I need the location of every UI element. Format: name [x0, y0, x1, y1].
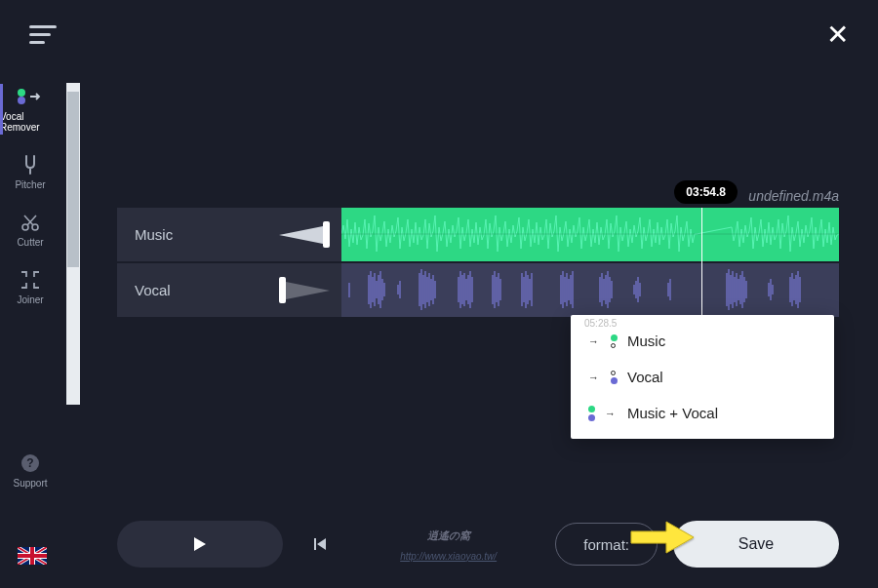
menu-icon[interactable]	[29, 25, 57, 44]
dropdown-item-music[interactable]: → Music	[571, 323, 834, 359]
svg-text:逍遙の窩: 逍遙の窩	[426, 529, 472, 541]
vocal-waveform[interactable]	[341, 263, 839, 317]
svg-text:?: ?	[26, 456, 33, 470]
scrollbar-thumb[interactable]	[67, 92, 79, 267]
svg-rect-88	[314, 538, 316, 550]
track-label: Music	[135, 226, 173, 243]
sidebar-item-cutter[interactable]: Cutter	[0, 212, 60, 248]
sidebar-item-support[interactable]: ? Support	[0, 452, 60, 489]
sidebar-item-label: Vocal Remover	[0, 111, 60, 133]
dropdown-item-label: Music + Vocal	[627, 405, 718, 421]
scrollbar[interactable]	[66, 83, 80, 405]
skip-back-icon	[312, 536, 328, 552]
music-waveform[interactable]	[341, 208, 839, 261]
vocal-remover-icon	[16, 86, 45, 107]
play-button[interactable]	[117, 521, 283, 568]
sidebar-item-vocal-remover[interactable]: Vocal Remover	[0, 86, 60, 133]
playhead-time-badge: 03:54.8	[674, 180, 738, 204]
format-button[interactable]: format:	[555, 523, 658, 566]
track-row-music: Music	[117, 208, 839, 261]
play-icon	[191, 535, 209, 553]
watermark: 逍遙の窩 http://www.xiaoyao.tw/	[357, 528, 539, 562]
dropdown-item-label: Vocal	[627, 369, 663, 385]
sidebar: Vocal Remover Pitcher Cutter Joiner	[0, 78, 60, 305]
help-icon: ?	[20, 452, 40, 474]
save-label: Save	[738, 535, 774, 553]
language-flag-uk[interactable]	[18, 547, 47, 565]
skip-back-button[interactable]	[299, 523, 341, 566]
arrow-icon: →	[605, 408, 616, 419]
arrow-icon: →	[588, 372, 599, 383]
arrow-icon: →	[588, 335, 599, 347]
joiner-icon	[20, 269, 41, 291]
dropdown-item-music-vocal[interactable]: → Music + Vocal	[571, 395, 834, 431]
track-label: Vocal	[135, 282, 171, 298]
sidebar-item-joiner[interactable]: Joiner	[0, 269, 60, 305]
svg-point-0	[18, 89, 25, 97]
sidebar-item-label: Joiner	[17, 294, 43, 305]
sidebar-item-label: Cutter	[17, 237, 43, 248]
close-button[interactable]: ✕	[826, 19, 849, 51]
sidebar-item-pitcher[interactable]: Pitcher	[0, 154, 60, 190]
music-volume-slider[interactable]	[279, 221, 330, 248]
dropdown-item-label: Music	[627, 333, 665, 349]
sidebar-item-label: Pitcher	[15, 179, 45, 190]
save-button[interactable]: Save	[673, 521, 839, 568]
svg-point-1	[18, 97, 25, 104]
tuning-fork-icon	[21, 154, 39, 176]
filename-label: undefined.m4a	[748, 188, 839, 204]
dropdown-item-vocal[interactable]: → Vocal	[571, 359, 834, 395]
sidebar-item-label: Support	[13, 478, 47, 489]
save-options-dropdown: 05:28.5 → Music → Vocal → Music + Vocal	[571, 315, 834, 439]
format-label: format:	[583, 536, 629, 553]
track-row-vocal: Vocal	[117, 263, 839, 317]
vocal-volume-slider[interactable]	[279, 277, 330, 303]
svg-rect-94	[18, 554, 47, 558]
scissors-icon	[20, 212, 40, 233]
